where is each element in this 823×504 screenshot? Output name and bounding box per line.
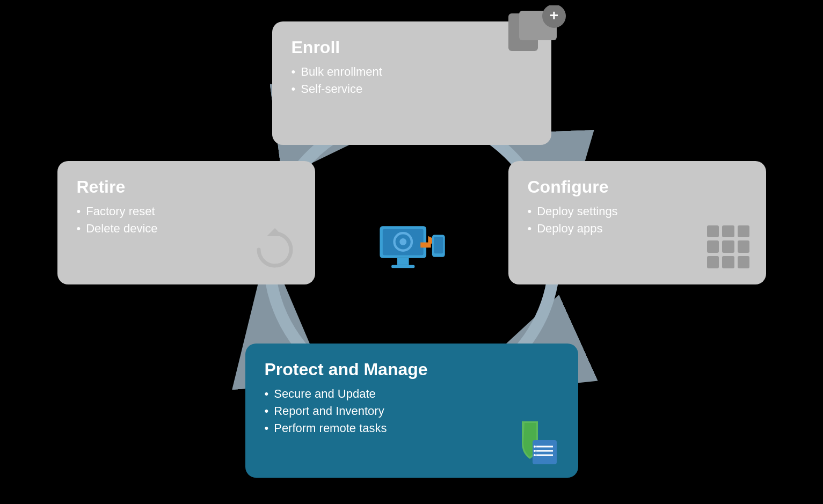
enroll-item-2: Self-service [292, 82, 532, 96]
center-mdm-icon [377, 223, 447, 282]
grid-cell [738, 240, 750, 253]
grid-cell [738, 256, 750, 268]
grid-cell [738, 225, 750, 238]
svg-point-19 [399, 238, 406, 245]
configure-item-1: Deploy settings [528, 204, 747, 218]
lifecycle-diagram: + Enroll Bulk enrollment Self-service Co… [36, 16, 788, 488]
protect-title: Protect and Manage [265, 360, 559, 379]
enroll-title: Enroll [292, 38, 532, 57]
configure-card: Configure Deploy settings Deploy apps [508, 161, 766, 284]
svg-point-12 [534, 454, 536, 456]
enroll-item-1: Bulk enrollment [292, 65, 532, 79]
retire-card: Retire Factory reset Delete device [57, 161, 315, 284]
svg-text:+: + [549, 7, 558, 24]
grid-cell [722, 225, 734, 238]
protect-item-2: Report and Inventory [265, 404, 559, 418]
enroll-card: + Enroll Bulk enrollment Self-service [272, 21, 551, 145]
svg-marker-13 [267, 228, 283, 236]
svg-point-10 [534, 445, 536, 448]
grid-cell [707, 225, 719, 238]
enroll-icon: + [503, 5, 567, 59]
enroll-list: Bulk enrollment Self-service [292, 65, 532, 96]
grid-icon [707, 225, 750, 268]
refresh-icon [251, 225, 299, 274]
svg-rect-17 [391, 265, 414, 267]
retire-title: Retire [77, 177, 296, 197]
retire-item-1: Factory reset [77, 204, 296, 218]
grid-cell [722, 240, 734, 253]
svg-rect-16 [397, 258, 409, 265]
grid-cell [707, 240, 719, 253]
protect-card: Protect and Manage Secure and Update Rep… [245, 344, 578, 478]
configure-title: Configure [528, 177, 747, 197]
svg-rect-6 [533, 440, 557, 464]
grid-cell [722, 256, 734, 268]
grid-cell [707, 256, 719, 268]
svg-rect-23 [434, 237, 443, 253]
svg-point-11 [534, 450, 536, 452]
svg-rect-21 [420, 242, 431, 247]
protect-shield-icon [508, 419, 562, 467]
protect-item-1: Secure and Update [265, 387, 559, 401]
